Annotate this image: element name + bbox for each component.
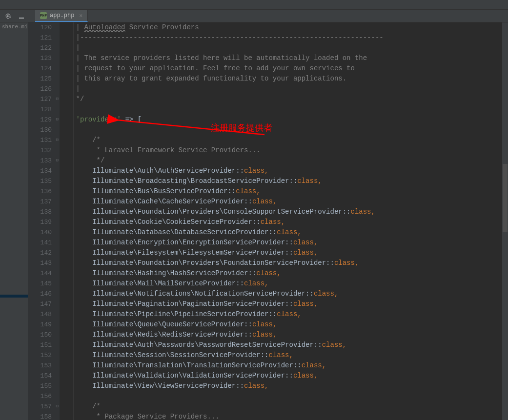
gear-icon[interactable]: [4, 12, 12, 20]
line-number: 141: [28, 238, 52, 248]
line-number: 138: [28, 207, 52, 217]
minimize-icon[interactable]: [18, 12, 25, 20]
main: share-micr 120121122123124125126⊟127128⊟…: [0, 22, 508, 420]
gutter: 120121122123124125126⊟127128⊟129130⊟1311…: [28, 22, 60, 420]
line-number: 122: [28, 43, 52, 53]
close-icon[interactable]: ✕: [79, 12, 82, 19]
code-line[interactable]: 'providers' => [: [60, 115, 508, 125]
code-line[interactable]: Illuminate\Pipeline\PipelineServiceProvi…: [60, 309, 508, 320]
line-number: 136: [28, 186, 52, 197]
code-line[interactable]: Illuminate\Translation\TranslationServic…: [60, 360, 508, 371]
line-number: 142: [28, 248, 52, 258]
code-line[interactable]: |---------------------------------------…: [60, 33, 508, 43]
tab-label: app.php: [50, 12, 74, 19]
line-number: 139: [28, 217, 52, 227]
line-number: 131: [28, 135, 52, 145]
code-line[interactable]: Illuminate\Database\DatabaseServiceProvi…: [60, 227, 508, 238]
sidebar-highlight[interactable]: [0, 295, 28, 298]
line-number: 121: [28, 33, 52, 43]
code-line[interactable]: Illuminate\Cache\CacheServiceProvider::c…: [60, 197, 508, 207]
code-line[interactable]: * Package Service Providers...: [60, 412, 508, 420]
line-number: 144: [28, 268, 52, 279]
code-line[interactable]: [60, 125, 508, 135]
line-number: 123: [28, 53, 52, 63]
line-number: 153: [28, 360, 52, 371]
line-number: 128: [28, 104, 52, 115]
code-line[interactable]: [60, 391, 508, 401]
line-number: 156: [28, 391, 52, 401]
code-line[interactable]: Illuminate\Cookie\CookieServiceProvider:…: [60, 217, 508, 227]
code-line[interactable]: | request to your application. Feel free…: [60, 63, 508, 74]
scrollbar[interactable]: [502, 22, 508, 420]
line-number: 126: [28, 84, 52, 94]
code-content[interactable]: | Autoloaded Service Providers |--------…: [60, 22, 508, 420]
code-line[interactable]: Illuminate\Pagination\PaginationServiceP…: [60, 299, 508, 309]
code-line[interactable]: Illuminate\Hashing\HashServiceProvider::…: [60, 268, 508, 279]
code-line[interactable]: Illuminate\Encryption\EncryptionServiceP…: [60, 238, 508, 248]
line-number: 158: [28, 412, 52, 420]
tabs-container: PHP app.php ✕: [35, 10, 88, 22]
line-number: 148: [28, 309, 52, 320]
line-number: 120: [28, 22, 52, 33]
fold-icon[interactable]: ⊟: [54, 117, 59, 122]
code-line[interactable]: Illuminate\Validation\ValidationServiceP…: [60, 371, 508, 381]
code-line[interactable]: Illuminate\Notifications\NotificationSer…: [60, 289, 508, 299]
line-number: 129: [28, 115, 52, 125]
tab-app-php[interactable]: PHP app.php ✕: [35, 10, 88, 22]
code-line[interactable]: */: [60, 94, 508, 104]
code-line[interactable]: /*: [60, 401, 508, 412]
code-line[interactable]: | this array to grant expanded functiona…: [60, 74, 508, 84]
line-number: 150: [28, 330, 52, 340]
line-number: 152: [28, 350, 52, 360]
project-sidebar[interactable]: share-micr: [0, 22, 28, 420]
sidebar-item[interactable]: share-micr: [0, 22, 28, 31]
code-line[interactable]: */: [60, 156, 508, 166]
scrollbar-thumb[interactable]: [503, 164, 508, 232]
code-line[interactable]: Illuminate\Foundation\Providers\Foundati…: [60, 258, 508, 268]
code-line[interactable]: Illuminate\Bus\BusServiceProvider::class…: [60, 186, 508, 197]
code-editor[interactable]: | Autoloaded Service Providers |--------…: [60, 22, 508, 420]
line-number: 155: [28, 381, 52, 391]
code-line[interactable]: * Laravel Framework Service Providers...: [60, 145, 508, 156]
line-number: 154: [28, 371, 52, 381]
code-line[interactable]: Illuminate\Auth\Passwords\PasswordResetS…: [60, 340, 508, 350]
line-number: 134: [28, 166, 52, 176]
code-line[interactable]: | Autoloaded Service Providers: [60, 22, 508, 33]
code-line[interactable]: /*: [60, 135, 508, 145]
line-number: 147: [28, 299, 52, 309]
line-number: 143: [28, 258, 52, 268]
code-line[interactable]: Illuminate\Mail\MailServiceProvider::cla…: [60, 279, 508, 289]
line-number: 146: [28, 289, 52, 299]
line-number: 140: [28, 227, 52, 238]
line-number: 132: [28, 145, 52, 156]
fold-icon[interactable]: ⊟: [54, 158, 59, 163]
fold-icon[interactable]: ⊟: [54, 97, 59, 101]
line-number: 124: [28, 63, 52, 74]
line-number: 137: [28, 197, 52, 207]
code-line[interactable]: | The service providers listed here will…: [60, 53, 508, 63]
line-number: 127: [28, 94, 52, 104]
code-line[interactable]: Illuminate\Redis\RedisServiceProvider::c…: [60, 330, 508, 340]
line-number: 151: [28, 340, 52, 350]
line-number: 133: [28, 156, 52, 166]
code-line[interactable]: Illuminate\View\ViewServiceProvider::cla…: [60, 381, 508, 391]
header: PHP app.php ✕: [0, 10, 508, 22]
code-line[interactable]: Illuminate\Session\SessionServiceProvide…: [60, 350, 508, 360]
line-number: 149: [28, 320, 52, 330]
svg-rect-0: [19, 18, 24, 19]
fold-icon[interactable]: ⊟: [54, 404, 59, 409]
code-line[interactable]: [60, 104, 508, 115]
code-line[interactable]: Illuminate\Broadcasting\BroadcastService…: [60, 176, 508, 186]
code-line[interactable]: Illuminate\Queue\QueueServiceProvider::c…: [60, 320, 508, 330]
code-line[interactable]: |: [60, 43, 508, 53]
code-line[interactable]: Illuminate\Auth\AuthServiceProvider::cla…: [60, 166, 508, 176]
code-line[interactable]: |: [60, 84, 508, 94]
toolbar: [0, 0, 508, 10]
php-file-icon: PHP: [40, 12, 47, 19]
line-number: 130: [28, 125, 52, 135]
fold-icon[interactable]: ⊟: [54, 138, 59, 142]
line-number: 157: [28, 401, 52, 412]
code-line[interactable]: Illuminate\Foundation\Providers\ConsoleS…: [60, 207, 508, 217]
line-number: 145: [28, 279, 52, 289]
code-line[interactable]: Illuminate\Filesystem\FilesystemServiceP…: [60, 248, 508, 258]
